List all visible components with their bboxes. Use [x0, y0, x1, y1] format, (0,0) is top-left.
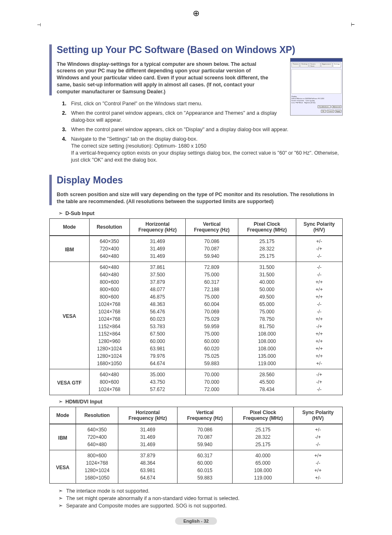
- data-cell: 1152×864: [89, 323, 129, 330]
- data-cell: 28.322: [233, 433, 293, 441]
- data-cell: 1680×1050: [76, 474, 118, 484]
- col-header: Sync Polarity(H/V): [296, 219, 342, 236]
- data-cell: 70.000: [186, 369, 238, 379]
- data-cell: 119.000: [238, 360, 296, 369]
- table-row: VESA640×48037.86172.80931.500-/-: [50, 262, 343, 271]
- data-cell: 28.560: [238, 369, 296, 379]
- data-cell: +/-: [293, 424, 342, 433]
- table-row: VESA800×60037.87960.31740.000+/+: [50, 450, 343, 460]
- data-cell: 108.000: [238, 338, 296, 345]
- col-header: Pixel ClockFrequency (MHz): [238, 219, 296, 236]
- data-cell: 31.469: [129, 236, 185, 245]
- data-cell: 108.000: [233, 467, 293, 474]
- registration-mark-bottom: ⊕: [0, 533, 392, 535]
- dsub-table: ModeResolutionHorizontalFrequency (kHz)V…: [49, 218, 343, 395]
- data-cell: 640×480: [89, 262, 129, 271]
- data-cell: 37.879: [118, 450, 178, 460]
- col-header: HorizontalFrequency (kHz): [118, 407, 178, 424]
- mode-cell: IBM: [50, 424, 76, 450]
- data-cell: 60.020: [186, 345, 238, 352]
- data-cell: 57.672: [129, 386, 185, 395]
- data-cell: 65.000: [233, 459, 293, 467]
- data-cell: -/-: [296, 386, 342, 395]
- data-cell: +/+: [296, 330, 342, 338]
- data-cell: 135.000: [238, 352, 296, 360]
- data-cell: 60.317: [186, 278, 238, 286]
- data-cell: 28.322: [238, 245, 296, 252]
- data-cell: 59.883: [177, 474, 232, 484]
- section-2-header: Display Modes Both screen position and s…: [49, 175, 343, 205]
- data-cell: 59.883: [186, 360, 238, 369]
- data-cell: 64.674: [118, 474, 178, 484]
- table-row: 800×60037.87960.31740.000+/+: [50, 278, 343, 286]
- data-cell: 31.469: [118, 441, 178, 450]
- data-cell: 720×400: [76, 433, 118, 441]
- data-cell: -/+: [296, 378, 342, 386]
- table-row: 800×60043.75070.00045.500-/+: [50, 378, 343, 386]
- data-cell: 640×350: [89, 236, 129, 245]
- data-cell: 31.500: [238, 262, 296, 271]
- col-header: VerticalFrequency (Hz): [186, 219, 238, 236]
- data-cell: 67.500: [129, 330, 185, 338]
- data-cell: -/-: [293, 459, 342, 467]
- data-cell: 60.023: [129, 315, 185, 323]
- data-cell: 63.981: [129, 345, 185, 352]
- data-cell: +/+: [296, 293, 342, 301]
- data-cell: 48.077: [129, 286, 185, 293]
- data-cell: +/-: [293, 474, 342, 484]
- data-cell: 70.069: [186, 308, 238, 315]
- data-cell: 640×480: [76, 441, 118, 450]
- data-cell: 70.087: [186, 245, 238, 252]
- data-cell: +/+: [296, 286, 342, 293]
- data-cell: 40.000: [233, 450, 293, 460]
- data-cell: 31.469: [118, 433, 178, 441]
- section-1-title: Setting up Your PC Software (Based on Wi…: [57, 44, 343, 56]
- data-cell: 1280×1024: [89, 352, 129, 360]
- data-cell: 1024×768: [89, 308, 129, 315]
- table-row: 1280×96060.00060.000108.000+/+: [50, 338, 343, 345]
- data-cell: -/-: [296, 301, 342, 308]
- col-header: Mode: [50, 219, 90, 236]
- crop-marks-top: ⊣⊢: [0, 22, 392, 28]
- data-cell: 75.000: [186, 271, 238, 278]
- table-row: 1024×76860.02375.02978.750+/+: [50, 315, 343, 323]
- data-cell: 50.000: [238, 286, 296, 293]
- table-row: VESA GTF640×48035.00070.00028.560-/+: [50, 369, 343, 379]
- data-cell: 65.000: [238, 301, 296, 308]
- table-row: 1024×76856.47670.06975.000-/-: [50, 308, 343, 315]
- data-cell: 1024×768: [89, 386, 129, 395]
- data-cell: 119.000: [233, 474, 293, 484]
- data-cell: +/+: [296, 278, 342, 286]
- note-2: ➣The set might operate abnormally if a n…: [58, 495, 343, 502]
- data-cell: 75.000: [186, 293, 238, 301]
- mode-cell: VESA: [50, 262, 90, 369]
- data-cell: 108.000: [238, 345, 296, 352]
- step-4: Navigate to the "Settings" tab on the di…: [71, 136, 339, 163]
- note-3: ➣Separate and Composite modes are suppor…: [58, 503, 343, 509]
- data-cell: 37.861: [129, 262, 185, 271]
- data-cell: 78.750: [238, 315, 296, 323]
- data-cell: 640×480: [89, 369, 129, 379]
- data-cell: +/+: [296, 352, 342, 360]
- data-cell: 45.500: [238, 378, 296, 386]
- data-cell: 70.000: [186, 378, 238, 386]
- data-cell: 75.025: [186, 352, 238, 360]
- data-cell: 59.940: [186, 252, 238, 262]
- section-2: Display Modes Both screen position and s…: [49, 175, 343, 509]
- hdmi-table: ModeResolutionHorizontalFrequency (kHz)V…: [49, 407, 343, 484]
- data-cell: 1280×960: [89, 338, 129, 345]
- data-cell: 81.750: [238, 323, 296, 330]
- data-cell: 800×600: [76, 450, 118, 460]
- step-3: When the control panel window appears, c…: [71, 127, 288, 132]
- table-row: 1024×76848.36360.00465.000-/-: [50, 301, 343, 308]
- data-cell: 25.175: [238, 252, 296, 262]
- data-cell: 37.500: [129, 271, 185, 278]
- page-content: Setting up Your PC Software (Based on Wi…: [0, 28, 392, 533]
- table-row: 800×60048.07772.18850.000+/+: [50, 286, 343, 293]
- section-2-title: Display Modes: [57, 175, 343, 186]
- data-cell: -/+: [296, 245, 342, 252]
- section-1-intro: The Windows display-settings for a typic…: [57, 61, 274, 95]
- data-cell: 46.875: [129, 293, 185, 301]
- data-cell: 25.175: [233, 424, 293, 433]
- data-cell: +/-: [296, 236, 342, 245]
